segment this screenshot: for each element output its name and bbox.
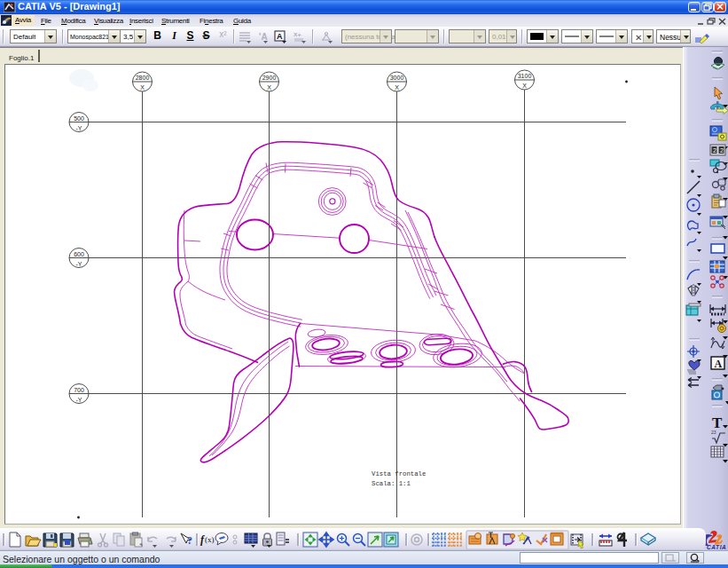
svg-text:23: 23: [711, 430, 716, 435]
svg-text:-Y: -Y: [76, 125, 82, 131]
svg-text:-Y: -Y: [76, 397, 82, 403]
svg-text:2: 2: [713, 147, 716, 154]
svg-text:2800: 2800: [136, 75, 150, 81]
svg-text:X: X: [140, 84, 145, 91]
svg-text:A: A: [277, 32, 283, 41]
svg-text:Vista frontale: Vista frontale: [372, 470, 426, 477]
svg-text:700: 700: [74, 387, 84, 393]
svg-text:X: X: [395, 84, 399, 91]
svg-text:X: X: [267, 84, 271, 91]
svg-text:X: X: [522, 83, 527, 89]
svg-text:?: ?: [187, 534, 192, 547]
svg-text:500: 500: [74, 115, 84, 122]
svg-text:600: 600: [74, 251, 84, 257]
svg-text:2900: 2900: [262, 75, 277, 81]
svg-text:3000: 3000: [390, 75, 404, 81]
svg-text:x₊: x₊: [294, 30, 301, 38]
svg-text:Scala: 1:1: Scala: 1:1: [372, 480, 411, 487]
svg-text:2: 2: [720, 147, 724, 154]
svg-text:CATIA: CATIA: [707, 544, 726, 550]
svg-text:3100: 3100: [518, 73, 532, 79]
svg-text:-Y: -Y: [76, 261, 82, 267]
svg-text:'A: 'A: [259, 32, 268, 42]
svg-text:(x): (x): [205, 535, 215, 544]
svg-text:A: A: [715, 358, 723, 370]
